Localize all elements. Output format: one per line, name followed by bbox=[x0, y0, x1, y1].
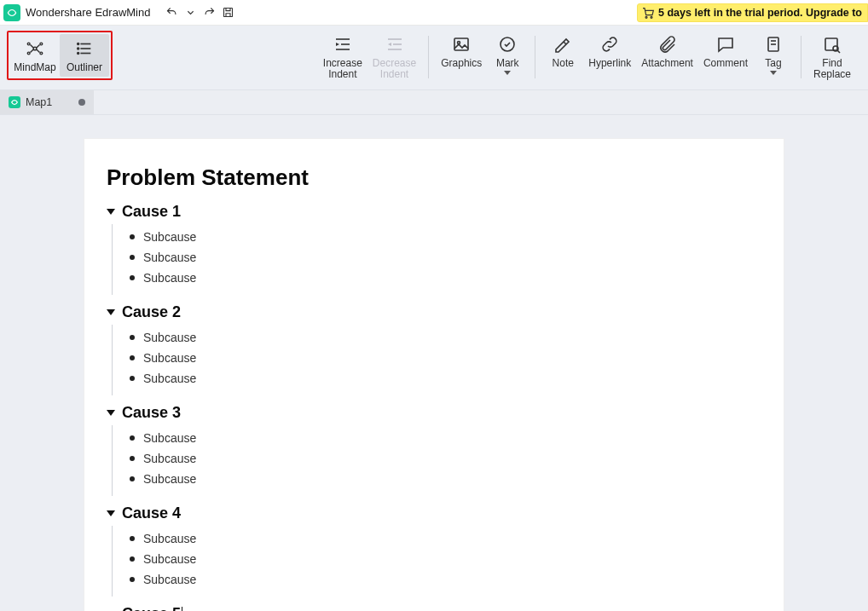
svg-line-28 bbox=[837, 50, 840, 53]
decrease-indent-label: Decrease Indent bbox=[373, 58, 416, 80]
outline-subnode[interactable]: Subcause bbox=[130, 472, 784, 486]
outline-node-label[interactable]: Cause 1 bbox=[122, 203, 181, 221]
bullet-icon bbox=[130, 355, 135, 360]
graphics-label: Graphics bbox=[441, 58, 482, 69]
outline-subnode[interactable]: Subcause bbox=[130, 552, 784, 566]
outline-subnode[interactable]: Subcause bbox=[130, 452, 784, 465]
outline-sheet[interactable]: Problem Statement Cause 1SubcauseSubcaus… bbox=[84, 139, 784, 611]
chevron-down-icon bbox=[504, 71, 511, 75]
outline-node-label[interactable]: Cause 4 bbox=[122, 504, 181, 522]
outline-node-label[interactable]: Cause 2 bbox=[122, 303, 181, 321]
app-title: Wondershare EdrawMind bbox=[26, 6, 150, 19]
bullet-icon bbox=[130, 376, 135, 381]
svg-rect-20 bbox=[454, 38, 468, 50]
decrease-indent-button[interactable]: Decrease Indent bbox=[367, 31, 421, 80]
mark-label: Mark bbox=[496, 58, 519, 69]
hyperlink-label: Hyperlink bbox=[588, 58, 631, 69]
outline-subnode-label[interactable]: Subcause bbox=[143, 431, 196, 445]
outline-node[interactable]: Cause 1 bbox=[107, 203, 784, 221]
mindmap-view-button[interactable]: MindMap bbox=[10, 34, 60, 77]
outline-sub-container: SubcauseSubcauseSubcause bbox=[112, 526, 784, 597]
outline-subnode[interactable]: Subcause bbox=[130, 573, 784, 586]
caret-down-icon[interactable] bbox=[107, 309, 115, 315]
outline-node-label[interactable]: Cause 3 bbox=[122, 404, 181, 422]
attachment-label: Attachment bbox=[641, 58, 693, 69]
svg-rect-26 bbox=[825, 38, 837, 50]
svg-point-1 bbox=[645, 16, 647, 18]
outline-subnode[interactable]: Subcause bbox=[130, 431, 784, 445]
outline-subnode[interactable]: Subcause bbox=[130, 230, 784, 244]
note-label: Note bbox=[553, 58, 574, 69]
bullet-icon bbox=[130, 456, 135, 461]
outline-node[interactable]: Cause 4 bbox=[107, 504, 784, 522]
caret-down-icon[interactable] bbox=[107, 510, 115, 516]
outline-title[interactable]: Problem Statement bbox=[107, 164, 784, 191]
find-replace-button[interactable]: Find Replace bbox=[808, 31, 856, 80]
doc-tab-icon bbox=[9, 96, 20, 108]
document-tab-label: Map1 bbox=[26, 96, 52, 108]
outline-sub-container: SubcauseSubcauseSubcause bbox=[112, 224, 784, 295]
redo-button[interactable] bbox=[200, 3, 218, 22]
caret-down-icon[interactable] bbox=[107, 410, 115, 416]
outline-node-label[interactable]: Cause 5 bbox=[122, 605, 181, 611]
tag-label: Tag bbox=[765, 58, 781, 69]
svg-point-2 bbox=[651, 16, 652, 18]
outline-subnode[interactable]: Subcause bbox=[130, 532, 784, 545]
outline-subnode[interactable]: Subcause bbox=[130, 251, 784, 264]
titlebar: Wondershare EdrawMind 5 days left in the… bbox=[0, 0, 868, 26]
svg-point-5 bbox=[40, 43, 43, 45]
outliner-label: Outliner bbox=[67, 61, 102, 73]
outline-subnode-label[interactable]: Subcause bbox=[143, 351, 196, 365]
bullet-icon bbox=[130, 275, 135, 280]
caret-down-icon[interactable] bbox=[107, 209, 115, 215]
undo-dropdown-button[interactable] bbox=[181, 3, 200, 22]
outline-subnode-label[interactable]: Subcause bbox=[143, 472, 196, 486]
outline-subnode-label[interactable]: Subcause bbox=[143, 552, 196, 566]
outline-subnode-label[interactable]: Subcause bbox=[143, 532, 196, 545]
outline-subnode-label[interactable]: Subcause bbox=[143, 573, 196, 586]
attachment-button[interactable]: Attachment bbox=[636, 31, 698, 69]
trial-text: 5 days left in the trial period. Upgrade… bbox=[658, 7, 862, 19]
trial-banner[interactable]: 5 days left in the trial period. Upgrade… bbox=[637, 3, 868, 22]
increase-indent-label: Increase Indent bbox=[323, 58, 362, 80]
toolbar-separator bbox=[535, 36, 535, 78]
outline-subnode[interactable]: Subcause bbox=[130, 351, 784, 365]
ribbon-toolbar: MindMap Outliner Increase Indent Decreas… bbox=[0, 26, 868, 89]
mark-button[interactable]: Mark bbox=[487, 31, 528, 75]
svg-point-6 bbox=[27, 52, 30, 55]
outline-subnode-label[interactable]: Subcause bbox=[143, 372, 196, 385]
outline-subnode[interactable]: Subcause bbox=[130, 372, 784, 385]
document-tab-strip: Map1 bbox=[0, 89, 868, 115]
canvas-area: Problem Statement Cause 1SubcauseSubcaus… bbox=[0, 115, 868, 611]
bullet-icon bbox=[130, 536, 135, 541]
outline-subnode[interactable]: Subcause bbox=[130, 331, 784, 344]
tag-button[interactable]: Tag bbox=[753, 31, 794, 75]
comment-button[interactable]: Comment bbox=[698, 31, 753, 69]
outline-node[interactable]: Cause 3 bbox=[107, 404, 784, 422]
outline-subnode-label[interactable]: Subcause bbox=[143, 271, 196, 285]
chevron-down-icon bbox=[770, 71, 777, 75]
hyperlink-button[interactable]: Hyperlink bbox=[583, 31, 636, 69]
outline-subnode-label[interactable]: Subcause bbox=[143, 251, 196, 264]
toolbar-separator bbox=[428, 36, 429, 78]
outline-subnode-label[interactable]: Subcause bbox=[143, 331, 196, 344]
comment-label: Comment bbox=[703, 58, 748, 69]
increase-indent-button[interactable]: Increase Indent bbox=[318, 31, 367, 80]
find-replace-label: Find Replace bbox=[813, 58, 851, 80]
unsaved-indicator-icon bbox=[78, 99, 85, 106]
outliner-view-button[interactable]: Outliner bbox=[60, 34, 109, 77]
outline-subnode-label[interactable]: Subcause bbox=[143, 230, 196, 244]
outline-node[interactable]: Cause 5 bbox=[107, 605, 784, 611]
outline-subnode-label[interactable]: Subcause bbox=[143, 452, 196, 465]
undo-button[interactable] bbox=[162, 3, 181, 22]
document-tab[interactable]: Map1 bbox=[0, 90, 94, 114]
outline-subnode[interactable]: Subcause bbox=[130, 271, 784, 285]
bullet-icon bbox=[130, 577, 135, 582]
save-button[interactable] bbox=[218, 3, 237, 22]
graphics-button[interactable]: Graphics bbox=[436, 31, 487, 69]
note-button[interactable]: Note bbox=[542, 31, 583, 69]
bullet-icon bbox=[130, 476, 135, 481]
outline-node[interactable]: Cause 2 bbox=[107, 303, 784, 321]
toolbar-separator bbox=[801, 36, 801, 78]
bullet-icon bbox=[130, 255, 135, 260]
